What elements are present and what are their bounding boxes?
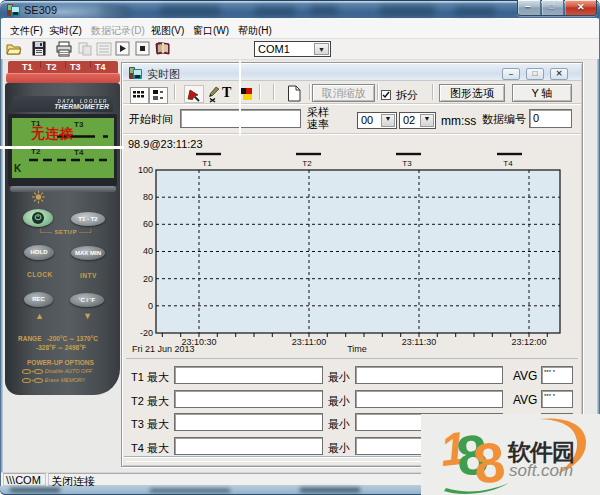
svg-text:Fri 21 Jun 2013: Fri 21 Jun 2013: [132, 344, 195, 354]
svg-text:100: 100: [138, 165, 153, 175]
svg-text:23:11:00: 23:11:00: [292, 337, 326, 347]
svg-text:60: 60: [143, 219, 153, 229]
svg-text:0: 0: [148, 301, 153, 311]
svg-text:T2: T2: [302, 159, 312, 168]
svg-text:20: 20: [143, 274, 153, 284]
svg-text:soft.com: soft.com: [509, 461, 573, 480]
svg-text:Time: Time: [347, 344, 367, 354]
svg-text:23:11:30: 23:11:30: [402, 337, 436, 347]
svg-text:80: 80: [143, 192, 153, 202]
svg-text:40: 40: [143, 246, 153, 256]
svg-text:T1: T1: [202, 159, 212, 168]
svg-text:8: 8: [470, 430, 508, 495]
svg-text:23:12:00: 23:12:00: [511, 337, 546, 347]
svg-text:T4: T4: [503, 159, 513, 168]
svg-text:-20: -20: [140, 328, 153, 338]
svg-text:T3: T3: [402, 159, 412, 168]
